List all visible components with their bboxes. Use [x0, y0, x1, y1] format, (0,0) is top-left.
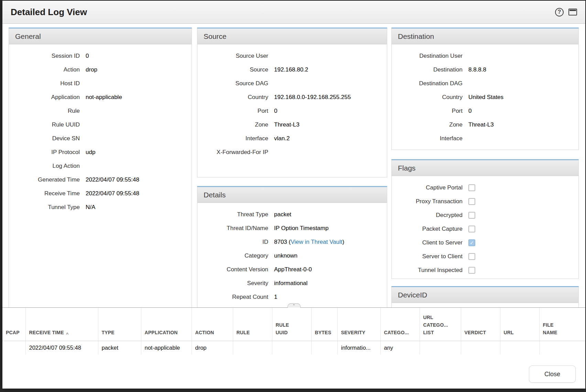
field-row: Source DAG — [197, 77, 387, 90]
cell-rule — [233, 341, 272, 355]
column-header-pcap[interactable]: PCAP — [2, 308, 25, 341]
panel-destination-header: Destination — [392, 29, 578, 44]
field-value-threat-id-name: IP Option Timestamp — [274, 225, 328, 232]
column-header-application[interactable]: APPLICATION — [141, 308, 192, 341]
help-icon[interactable]: ? — [555, 8, 564, 17]
field-value-interface: vlan.2 — [274, 135, 290, 142]
panel-title: DeviceID — [398, 291, 427, 299]
field-row: Source User — [197, 49, 387, 63]
field-row: Severityinformational — [197, 276, 387, 290]
flag-label-tunnel-inspected: Tunnel Inspected — [392, 267, 463, 274]
column-label: SEVERITY — [341, 329, 366, 337]
panel-details-header: Details — [197, 187, 387, 203]
field-label-rule: Rule — [9, 108, 80, 115]
flag-checkbox-client-to-server[interactable]: ✓ — [468, 239, 475, 246]
field-label-source-dag: Source DAG — [197, 80, 268, 87]
column-header-url[interactable]: URL — [500, 308, 539, 341]
field-row: ZoneThreat-L3 — [392, 118, 578, 132]
field-label-repeat-count: Repeat Count — [197, 294, 268, 301]
field-value-category: unknown — [274, 252, 297, 259]
flag-checkbox-tunnel-inspected[interactable] — [468, 267, 475, 274]
field-value-country: United States — [468, 94, 503, 101]
field-value-ip-protocol: udp — [86, 149, 95, 156]
cell-action: drop — [192, 341, 233, 355]
field-label-session-id: Session ID — [9, 53, 80, 59]
table-row[interactable]: 2022/04/07 09:55:48packetnot-applicabled… — [2, 341, 585, 355]
field-label-threat-type: Threat Type — [197, 211, 268, 218]
new-window-icon[interactable] — [568, 9, 577, 15]
field-value-repeat-count: 1 — [274, 294, 277, 301]
field-value-generated-time: 2022/04/07 09:55:48 — [86, 176, 139, 183]
column-header-url_category_list[interactable]: URL CATEGO... LIST — [420, 308, 461, 341]
column-header-receive_time[interactable]: RECEIVE TIME^ — [25, 308, 98, 341]
field-row: Interfacevlan.2 — [197, 132, 387, 145]
column-header-severity[interactable]: SEVERITY — [337, 308, 380, 341]
field-label-source: Source — [197, 66, 268, 73]
panel-deviceid: DeviceID — [391, 286, 579, 307]
log-table-header-row: PCAPRECEIVE TIME^TYPEAPPLICATIONACTIONRU… — [2, 308, 585, 341]
flag-checkbox-server-to-client[interactable] — [468, 253, 475, 260]
flag-checkbox-packet-capture[interactable] — [468, 226, 475, 232]
flag-checkbox-decrypted[interactable] — [468, 212, 475, 219]
field-row: IP Protocoludp — [9, 145, 192, 159]
column-header-bytes[interactable]: BYTES — [311, 308, 337, 341]
log-detail-content: General Session ID0ActiondropHost IDAppl… — [2, 24, 585, 307]
panel-details-body: Threat TypepacketThreat ID/NameIP Option… — [197, 203, 387, 307]
field-label-zone: Zone — [197, 121, 268, 128]
column-header-rule[interactable]: RULE — [233, 308, 272, 341]
field-value-country: 192.168.0.0-192.168.255.255 — [274, 94, 351, 101]
flag-row: Client to Server✓ — [392, 236, 578, 250]
field-label-destination-user: Destination User — [392, 53, 463, 59]
cell-url_category_list — [420, 341, 461, 355]
panel-title: General — [15, 32, 41, 41]
close-button[interactable]: Close — [529, 366, 576, 383]
field-row: Actiondrop — [9, 63, 192, 77]
column-header-action[interactable]: ACTION — [192, 308, 233, 341]
field-value-source: 192.168.80.2 — [274, 66, 308, 73]
column-header-category[interactable]: CATEGO... — [380, 308, 420, 341]
column-label: TYPE — [102, 329, 115, 337]
column-header-type[interactable]: TYPE — [98, 308, 141, 341]
panel-title: Flags — [398, 164, 415, 172]
sort-asc-icon: ^ — [66, 331, 69, 337]
panel-source: Source Source UserSource192.168.80.2Sour… — [197, 28, 387, 177]
field-row: X-Forwarded-For IP — [197, 145, 387, 159]
column-header-verdict[interactable]: VERDICT — [461, 308, 500, 341]
field-value-threat-type: packet — [274, 211, 291, 218]
field-row: Interface — [392, 132, 578, 145]
column-header-file_name[interactable]: FILE NAME — [539, 308, 585, 341]
panel-destination: Destination Destination UserDestination8… — [391, 28, 579, 150]
field-label-port: Port — [392, 108, 463, 115]
flag-label-client-to-server: Client to Server — [392, 239, 463, 246]
dialog-titlebar: Detailed Log View ? — [2, 1, 585, 24]
field-value-zone: Threat-L3 — [274, 121, 300, 128]
field-row: Applicationnot-applicable — [9, 90, 192, 104]
field-label-source-user: Source User — [197, 53, 268, 59]
field-value-zone: Threat-L3 — [468, 121, 494, 128]
flag-row: Packet Capture — [392, 222, 578, 236]
flag-checkbox-captive-portal[interactable] — [468, 184, 475, 191]
panel-flags-body: Captive PortalProxy TransactionDecrypted… — [392, 176, 578, 277]
flag-label-proxy-transaction: Proxy Transaction — [392, 198, 463, 205]
cell-pcap — [2, 341, 25, 355]
field-label-x-forwarded-for-ip: X-Forwarded-For IP — [197, 149, 268, 156]
field-row: Categoryunknown — [197, 249, 387, 263]
flag-checkbox-proxy-transaction[interactable] — [468, 198, 475, 205]
flag-label-packet-capture: Packet Capture — [392, 226, 463, 232]
splitter-handle[interactable] — [287, 303, 301, 308]
cell-url — [500, 341, 539, 355]
field-label-rule-uuid: Rule UUID — [9, 121, 80, 128]
titlebar-icons: ? — [555, 8, 577, 17]
cell-rule_uuid — [272, 341, 311, 355]
field-row: Rule — [9, 104, 192, 118]
field-label-country: Country — [197, 94, 268, 101]
panel-flags-header: Flags — [392, 160, 578, 176]
threat-vault-link[interactable]: View in Threat Vault — [291, 239, 342, 245]
field-row: Repeat Count1 — [197, 290, 387, 304]
field-row: Log Action — [9, 159, 192, 173]
panel-details: Details Threat TypepacketThreat ID/NameI… — [197, 186, 387, 307]
flag-row: Tunnel Inspected — [392, 263, 578, 277]
column-label: URL CATEGO... LIST — [423, 314, 448, 336]
column-label: RULE — [237, 329, 250, 337]
column-header-rule_uuid[interactable]: RULE UUID — [272, 308, 311, 341]
